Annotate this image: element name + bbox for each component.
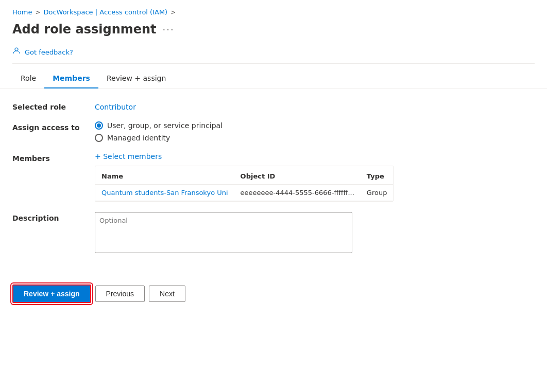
radio-circle-managed: [95, 134, 103, 142]
tab-role[interactable]: Role: [12, 70, 44, 88]
members-label: Members: [12, 152, 95, 163]
col-header-object-id: Object ID: [234, 168, 361, 185]
assign-access-row: Assign access to User, group, or service…: [12, 121, 535, 142]
members-table-wrapper: Name Object ID Type Quantum students-San…: [95, 166, 394, 202]
table-header-row: Name Object ID Type: [95, 168, 393, 185]
next-button[interactable]: Next: [149, 286, 185, 302]
feedback-bar[interactable]: Got feedback?: [0, 43, 547, 63]
description-label: Description: [12, 212, 95, 222]
members-row: Members + Select members Name Object ID …: [12, 152, 535, 202]
previous-button[interactable]: Previous: [95, 286, 145, 302]
page-container: Home > DocWorkspace | Access control (IA…: [0, 0, 547, 392]
radio-text-user: User, group, or service principal: [107, 121, 223, 130]
more-options-icon[interactable]: ···: [163, 24, 175, 35]
col-header-type: Type: [361, 168, 394, 185]
col-header-name: Name: [95, 168, 234, 185]
radio-group: User, group, or service principal Manage…: [95, 121, 223, 142]
feedback-label: Got feedback?: [25, 48, 73, 56]
members-table: Name Object ID Type Quantum students-San…: [95, 168, 393, 201]
radio-user-group[interactable]: User, group, or service principal: [95, 121, 223, 130]
breadcrumb-sep2: >: [170, 9, 176, 16]
feedback-icon: [12, 47, 21, 57]
breadcrumb-workspace[interactable]: DocWorkspace | Access control (IAM): [43, 8, 167, 16]
content-area: Selected role Contributor Assign access …: [0, 88, 547, 272]
page-title: Add role assignment: [12, 22, 157, 37]
svg-point-0: [15, 48, 18, 51]
selected-role-label: Selected role: [12, 101, 95, 111]
member-name: Quantum students-San Fransokyo Uni: [95, 185, 234, 201]
breadcrumb-sep1: >: [35, 9, 40, 16]
selected-role-row: Selected role Contributor: [12, 101, 535, 111]
breadcrumb: Home > DocWorkspace | Access control (IA…: [0, 0, 547, 20]
assign-access-label: Assign access to: [12, 121, 95, 132]
member-object-id: eeeeeeee-4444-5555-6666-ffffff...: [234, 185, 361, 201]
description-input[interactable]: [95, 212, 352, 253]
select-members-link[interactable]: + Select members: [95, 152, 394, 161]
tab-review-assign[interactable]: Review + assign: [98, 70, 174, 88]
members-section: + Select members Name Object ID Type: [95, 152, 394, 202]
member-type: Group: [361, 185, 394, 201]
tab-members[interactable]: Members: [44, 70, 98, 88]
selected-role-value: Contributor: [95, 101, 136, 111]
tabs-bar: Role Members Review + assign: [0, 64, 547, 88]
description-row: Description: [12, 212, 535, 253]
radio-label-managed: Managed identity: [107, 134, 170, 142]
page-header: Add role assignment ···: [0, 20, 547, 43]
table-row: Quantum students-San Fransokyo Uni eeeee…: [95, 185, 393, 201]
breadcrumb-home[interactable]: Home: [12, 8, 32, 16]
radio-circle-user: [95, 121, 103, 130]
radio-label-user: User, group, or service principal: [107, 121, 223, 130]
footer-bar: Review + assign Previous Next: [0, 276, 547, 311]
review-assign-button[interactable]: Review + assign: [12, 284, 91, 303]
radio-managed-identity[interactable]: Managed identity: [95, 134, 223, 142]
